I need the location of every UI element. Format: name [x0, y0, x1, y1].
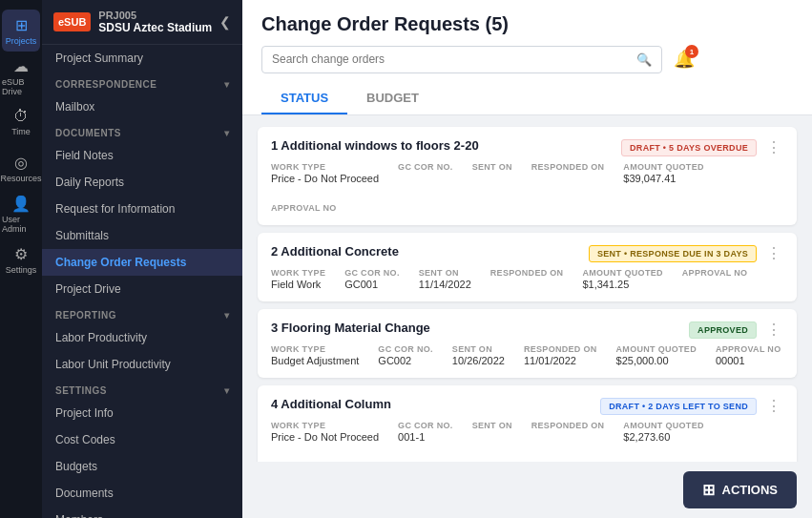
icon-nav-resources[interactable]: ◎ Resources: [2, 147, 40, 189]
page-title: Change Order Requests (5): [261, 13, 793, 35]
icon-nav-user-admin[interactable]: 👤 User Admin: [2, 193, 40, 235]
reporting-chevron-icon: ▾: [224, 310, 230, 321]
correspondence-chevron-icon: ▾: [224, 79, 230, 90]
cor-card-4[interactable]: 4 Additional Column DRAFT • 2 DAYS LEFT …: [258, 385, 797, 462]
icon-nav: ⊞ Projects ☁ eSUB Drive ⏱ Time ◎ Resourc…: [0, 0, 42, 518]
cor-field-amount: AMOUNT QUOTED $25,000.00: [616, 344, 697, 366]
cor-fields: WORK TYPE Price - Do Not Proceed GC COR …: [271, 421, 783, 462]
sidebar-section-reporting: REPORTING ▾: [42, 302, 242, 324]
cor-card-header: 2 Additional Concrete SENT • RESPONSE DU…: [271, 244, 783, 262]
sidebar-item-members[interactable]: Members: [42, 507, 242, 518]
cor-badge-area: DRAFT • 2 DAYS LEFT TO SEND ⋮: [600, 397, 783, 415]
cor-field-responded-on: RESPONDED ON: [490, 268, 564, 290]
sidebar-section-settings: SETTINGS ▾: [42, 378, 242, 400]
cor-fields: WORK TYPE Field Work GC COR NO. GC001 SE…: [271, 268, 783, 290]
cor-field-responded-on: RESPONDED ON 11/01/2022: [524, 344, 597, 366]
sidebar-item-change-order-requests[interactable]: Change Order Requests: [42, 249, 242, 276]
cor-field-approval: APPROVAL NO: [271, 203, 336, 214]
cor-title: 3 Flooring Material Change: [271, 321, 430, 335]
cor-field-work-type: WORK TYPE Budget Adjustment: [271, 344, 359, 366]
sidebar-item-project-summary[interactable]: Project Summary: [42, 45, 242, 72]
cor-field-responded-on: RESPONDED ON: [531, 421, 605, 443]
cor-field-amount: AMOUNT QUOTED $2,273.60: [623, 421, 703, 443]
actions-button[interactable]: ⊞ ACTIONS: [683, 471, 798, 508]
sidebar-item-submittals[interactable]: Submittals: [42, 222, 242, 249]
cor-field-gc-cor: GC COR NO. GC002: [378, 344, 433, 366]
sidebar-item-project-summary-label: Project Summary: [55, 52, 143, 65]
more-options-button[interactable]: ⋮: [764, 397, 783, 415]
settings-icon: ⚙: [14, 245, 28, 263]
cor-field-sent-on: SENT ON 11/14/2022: [419, 268, 471, 290]
icon-nav-projects[interactable]: ⊞ Projects: [2, 10, 40, 52]
icon-nav-time-label: Time: [11, 127, 31, 136]
status-badge: APPROVED: [689, 321, 757, 339]
sidebar-item-labor-unit-productivity[interactable]: Labor Unit Productivity: [42, 351, 242, 378]
cor-card-2[interactable]: 2 Additional Concrete SENT • RESPONSE DU…: [258, 233, 797, 301]
cor-title: 4 Additional Column: [271, 397, 391, 411]
icon-nav-user-admin-label: User Admin: [2, 215, 40, 234]
app-logo: eSUB: [53, 12, 91, 31]
main-header: Change Order Requests (5) 🔍 🔔 1 STATUS B…: [242, 0, 812, 115]
projects-icon: ⊞: [15, 16, 28, 34]
cor-fields: WORK TYPE Price - Do Not Proceed GC COR …: [271, 162, 783, 214]
cor-card-1[interactable]: 1 Additional windows to floors 2-20 DRAF…: [258, 127, 797, 225]
cor-card-3[interactable]: 3 Flooring Material Change APPROVED ⋮ WO…: [258, 309, 797, 378]
actions-area: ⊞ ACTIONS: [242, 462, 812, 518]
esub-drive-icon: ☁: [13, 57, 29, 75]
cor-card-header: 4 Additional Column DRAFT • 2 DAYS LEFT …: [271, 397, 783, 415]
notification-button[interactable]: 🔔 1: [670, 45, 698, 73]
cor-list: 1 Additional windows to floors 2-20 DRAF…: [242, 115, 812, 462]
project-name: SDSU Aztec Stadium: [98, 21, 219, 34]
cor-field-work-type: WORK TYPE Field Work: [271, 268, 325, 290]
cor-field-amount: AMOUNT QUOTED $39,047.41: [623, 162, 703, 184]
icon-nav-esub-drive[interactable]: ☁ eSUB Drive: [2, 55, 40, 97]
more-options-button[interactable]: ⋮: [764, 321, 783, 339]
search-icon: 🔍: [636, 52, 652, 67]
cor-badge-area: APPROVED ⋮: [689, 321, 783, 339]
sidebar-collapse-button[interactable]: ❮: [219, 14, 231, 30]
sidebar-section-correspondence: CORRESPONDENCE ▾: [42, 72, 242, 93]
cor-field-approval: APPROVAL NO 00001: [716, 344, 781, 366]
main-content: Change Order Requests (5) 🔍 🔔 1 STATUS B…: [242, 0, 812, 518]
sidebar-item-request-for-info[interactable]: Request for Information: [42, 196, 242, 222]
tab-budget[interactable]: BUDGET: [347, 83, 438, 114]
notification-badge: 1: [685, 45, 698, 58]
sidebar: eSUB PRJ005 SDSU Aztec Stadium ❮ Project…: [42, 0, 242, 518]
sidebar-item-budgets[interactable]: Budgets: [42, 453, 242, 480]
icon-nav-projects-label: Projects: [6, 36, 37, 46]
cor-field-work-type: WORK TYPE Price - Do Not Proceed: [271, 421, 379, 443]
cor-badge-area: DRAFT • 5 DAYS OVERDUE ⋮: [621, 138, 783, 156]
sidebar-item-documents[interactable]: Documents: [42, 480, 242, 507]
sidebar-nav: Project Summary CORRESPONDENCE ▾ Mailbox…: [42, 45, 242, 518]
sidebar-logo: eSUB PRJ005 SDSU Aztec Stadium ❮: [42, 0, 242, 45]
more-options-button[interactable]: ⋮: [764, 244, 783, 262]
sidebar-item-project-info[interactable]: Project Info: [42, 400, 242, 426]
sidebar-item-cost-codes[interactable]: Cost Codes: [42, 426, 242, 453]
sidebar-item-labor-productivity[interactable]: Labor Productivity: [42, 324, 242, 351]
sidebar-item-mailbox[interactable]: Mailbox: [42, 93, 242, 120]
cor-title: 2 Additional Concrete: [271, 244, 399, 259]
cor-badge-area: SENT • RESPONSE DUE IN 3 DAYS ⋮: [589, 244, 783, 262]
sidebar-item-project-drive[interactable]: Project Drive: [42, 276, 242, 302]
sidebar-item-field-notes[interactable]: Field Notes: [42, 142, 242, 169]
search-input[interactable]: [272, 52, 633, 66]
resources-icon: ◎: [14, 154, 28, 172]
cor-card-header: 1 Additional windows to floors 2-20 DRAF…: [271, 138, 783, 156]
user-admin-icon: 👤: [11, 195, 31, 213]
status-badge: DRAFT • 5 DAYS OVERDUE: [621, 139, 757, 156]
tab-status[interactable]: STATUS: [261, 83, 347, 114]
tabs: STATUS BUDGET: [261, 83, 793, 114]
icon-nav-settings[interactable]: ⚙ Settings: [2, 238, 40, 280]
search-bar: 🔍: [261, 46, 662, 73]
cor-field-gc-cor: GC COR NO.: [398, 162, 453, 184]
header-actions: 🔍 🔔 1: [261, 45, 793, 73]
more-options-button[interactable]: ⋮: [764, 138, 783, 156]
icon-nav-resources-label: Resources: [0, 174, 41, 183]
sidebar-section-documents: DOCUMENTS ▾: [42, 120, 242, 142]
project-id: PRJ005: [98, 10, 219, 21]
icon-nav-time[interactable]: ⏱ Time: [2, 101, 40, 143]
sidebar-item-daily-reports[interactable]: Daily Reports: [42, 169, 242, 196]
project-info: PRJ005 SDSU Aztec Stadium: [98, 10, 219, 34]
cor-field-responded-on: RESPONDED ON: [531, 162, 605, 184]
cor-field-sent-on: SENT ON: [472, 162, 512, 184]
